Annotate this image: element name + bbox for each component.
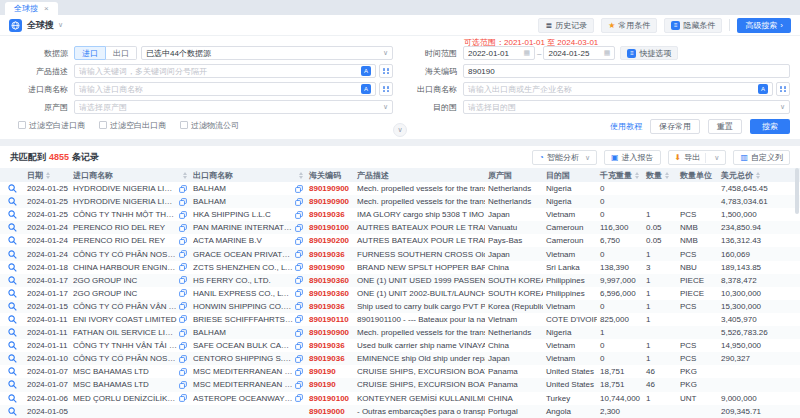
copy-icon[interactable] (179, 289, 187, 297)
table-row[interactable]: 2024-01-07 MSC BAHAMAS LTD MSC MEDITERRA… (0, 365, 800, 378)
cell-importer[interactable]: PERENCO RIO DEL REY (73, 236, 177, 245)
cell-exporter[interactable]: CENTORO SHIPPING S.A. C/O DAIICHI CHU (193, 354, 293, 363)
table-row[interactable]: 2024-01-25 HYDRODIVE NIGERIA LIMITED BAL… (0, 182, 800, 195)
row-search-icon[interactable] (8, 197, 17, 206)
copy-icon[interactable] (179, 211, 187, 219)
cell-importer[interactable]: MSC BAHAMAS LTD (73, 380, 177, 389)
cell-hs-code[interactable]: 89019036 (306, 341, 354, 350)
copy-icon[interactable] (295, 237, 303, 245)
cell-exporter[interactable]: BALHAM (193, 197, 293, 206)
table-row[interactable]: 2024-01-05 89019000 - Outras embarcações… (0, 405, 800, 418)
hscode-input[interactable] (468, 67, 785, 76)
table-row[interactable]: 2024-01-25 HYDRODIVE NIGERIA LIMITED BAL… (0, 195, 800, 208)
origin-select[interactable]: 请选择原产国 ∨ (74, 100, 393, 114)
exporter-input[interactable] (468, 85, 755, 94)
cell-importer[interactable]: CÔNG TY TNHH MỘT THÀNH VIÊN ĐÓNG TÀ (73, 210, 177, 219)
row-search-icon[interactable] (8, 250, 17, 259)
cell-hs-code[interactable]: 890190100 (306, 394, 354, 403)
history-button[interactable]: ≣ 历史记录 (538, 18, 594, 33)
copy-icon[interactable] (179, 342, 187, 350)
cell-hs-code[interactable]: 89019000 (306, 407, 354, 416)
copy-icon[interactable] (295, 185, 303, 193)
common-conditions-button[interactable]: ★ 常用条件 (601, 18, 657, 33)
batch-input-icon[interactable] (776, 82, 790, 96)
tutorial-link[interactable]: 使用教程 (610, 121, 642, 132)
table-row[interactable]: 2024-01-24 PERENCO RIO DEL REY PAN MARIN… (0, 221, 800, 234)
importer-input[interactable] (79, 85, 358, 94)
col-header-importer[interactable]: 进口商名称 (70, 170, 190, 181)
cell-importer[interactable]: MED ÇORLU DENİZCİLİK ANONİM ŞİRKETİ (73, 394, 177, 403)
checkbox-filter-blank-exporter[interactable]: 过滤空白出口商 (99, 120, 166, 131)
copy-icon[interactable] (295, 276, 303, 284)
copy-icon[interactable] (179, 394, 187, 402)
destination-select[interactable]: 请选择目的国 ∨ (463, 100, 790, 114)
chevron-down-icon[interactable]: ∨ (714, 154, 719, 162)
row-search-icon[interactable] (8, 236, 17, 245)
toggle-import[interactable]: 进口 (74, 46, 106, 60)
translate-icon[interactable]: A (361, 66, 371, 76)
cell-exporter[interactable]: BRIESE SCHIFFFAHRTS GMBH & CO (193, 315, 293, 324)
cell-exporter[interactable]: BALHAM (193, 328, 293, 337)
cell-hs-code[interactable]: 890190 (306, 380, 354, 389)
cell-importer[interactable]: CÔNG TY CỔ PHẦN NOSCO SHIPYARD (73, 354, 177, 363)
row-search-icon[interactable] (8, 263, 17, 272)
table-row[interactable]: 2024-01-25 CÔNG TY TNHH MỘT THÀNH VIÊN Đ… (0, 208, 800, 221)
advanced-search-button[interactable]: 高级搜索 › (737, 18, 791, 33)
translate-icon[interactable]: A (758, 84, 768, 94)
copy-icon[interactable] (295, 250, 303, 258)
row-search-icon[interactable] (8, 276, 17, 285)
cell-exporter[interactable]: HONWIN SHIPPING CO.,LTD (193, 302, 293, 311)
cell-hs-code[interactable]: 89019036 (306, 210, 354, 219)
copy-icon[interactable] (295, 198, 303, 206)
copy-icon[interactable] (179, 224, 187, 232)
row-search-icon[interactable] (8, 407, 17, 416)
copy-icon[interactable] (179, 237, 187, 245)
row-search-icon[interactable] (8, 328, 17, 337)
cell-exporter[interactable]: HKA SHIPPING L.L.C (193, 210, 293, 219)
cell-hs-code[interactable]: 890190900 (306, 184, 354, 193)
table-row[interactable]: 2024-01-10 CÔNG TY CỔ PHẦN NOSCO SHIPYAR… (0, 352, 800, 365)
table-row[interactable]: 2024-01-06 MED ÇORLU DENİZCİLİK ANONİM Ş… (0, 392, 800, 405)
start-date[interactable] (468, 49, 521, 58)
cell-hs-code[interactable]: 890190 (306, 367, 354, 376)
product-input[interactable] (79, 67, 358, 76)
datasource-select[interactable]: 已选中44个数据源 ∨ (141, 46, 393, 60)
row-search-icon[interactable] (8, 341, 17, 350)
copy-icon[interactable] (295, 368, 303, 376)
cell-exporter[interactable]: ASTEROPE OCEANWAY LIMITED (193, 394, 293, 403)
cell-importer[interactable]: HYDRODIVE NIGERIA LIMITED (73, 197, 177, 206)
export-button[interactable]: ⬇ 导出 ∨ (668, 150, 727, 165)
copy-icon[interactable] (295, 342, 303, 350)
start-date-input[interactable]: ▦ (463, 46, 535, 60)
sort-icon[interactable] (756, 172, 760, 179)
cell-hs-code[interactable]: 890190360 (306, 289, 354, 298)
cell-hs-code[interactable]: 890190200 (306, 236, 354, 245)
table-row[interactable]: 2024-01-15 CÔNG TY CỔ PHẦN VẬN TẢI VÀ TI… (0, 300, 800, 313)
close-icon[interactable]: × (44, 4, 49, 13)
sort-icon[interactable] (183, 172, 187, 179)
col-header-exporter[interactable]: 出口商名称 (190, 170, 306, 181)
cell-hs-code[interactable]: 890190900 (306, 197, 354, 206)
row-search-icon[interactable] (8, 184, 17, 193)
copy-icon[interactable] (295, 315, 303, 323)
copy-icon[interactable] (295, 211, 303, 219)
sort-icon[interactable] (665, 172, 669, 179)
row-search-icon[interactable] (8, 223, 17, 232)
copy-icon[interactable] (179, 355, 187, 363)
row-search-icon[interactable] (8, 367, 17, 376)
table-row[interactable]: 2024-01-11 FATHAN OIL SERVICE LIMITED BA… (0, 326, 800, 339)
sort-icon[interactable] (635, 172, 639, 179)
cell-hs-code[interactable]: 890190900 (306, 328, 354, 337)
copy-icon[interactable] (295, 289, 303, 297)
cell-importer[interactable]: CÔNG TY CỔ PHẦN VẬN TẢI VÀ TIẾP VẬN P (73, 302, 177, 311)
copy-icon[interactable] (179, 329, 187, 337)
cell-importer[interactable]: 2GO GROUP INC (73, 276, 177, 285)
cell-hs-code[interactable]: 890190110 (306, 315, 354, 324)
cell-exporter[interactable]: BALHAM (193, 184, 293, 193)
reset-button[interactable]: 重置 (708, 119, 742, 134)
end-date-input[interactable]: ▦ (543, 46, 615, 60)
cell-exporter[interactable]: GRACE OCEAN PRIVATE LIMITED (193, 250, 293, 259)
table-row[interactable]: 2024-01-24 CÔNG TY CỔ PHẦN NOSCO SHIPYAR… (0, 247, 800, 260)
table-row[interactable]: 2024-01-18 CHINA HARBOUR ENGINEERING CO … (0, 261, 800, 274)
cell-hs-code[interactable]: 89019090 (306, 263, 354, 272)
